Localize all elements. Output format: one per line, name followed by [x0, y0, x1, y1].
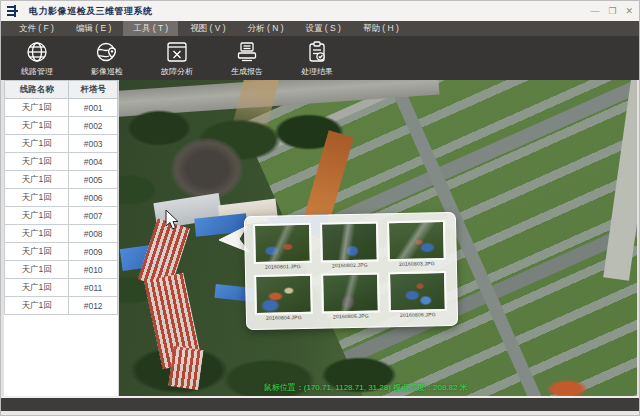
clipboard-check-icon: [304, 39, 330, 65]
globe-pin-icon: [94, 39, 120, 65]
line-cell[interactable]: 天广1回: [5, 171, 69, 189]
line-cell[interactable]: 天广1回: [5, 297, 69, 315]
tower-cell[interactable]: #001: [69, 99, 118, 117]
thumbnail-image[interactable]: [387, 220, 446, 261]
burnt-ground: [171, 138, 243, 200]
table-row[interactable]: 天广1回#010: [5, 261, 118, 279]
photo-thumbnail[interactable]: 20160806.JPG: [388, 271, 447, 318]
menu-edit[interactable]: 编辑 ( E ): [66, 21, 121, 37]
line-cell[interactable]: 天广1回: [5, 225, 69, 243]
image-inspection-button[interactable]: 影像巡检: [85, 39, 129, 77]
line-cell[interactable]: 天广1回: [5, 279, 69, 297]
line-cell[interactable]: 天广1回: [5, 243, 69, 261]
line-cell[interactable]: 天广1回: [5, 99, 69, 117]
photo-thumbnail[interactable]: 20160805.JPG: [321, 272, 380, 319]
tower-cell[interactable]: #008: [69, 225, 118, 243]
minimize-button[interactable]: —: [590, 4, 599, 18]
window-tools-icon: [164, 39, 190, 65]
thumbnail-image[interactable]: [320, 221, 379, 262]
map-viewport[interactable]: 20160801.JPG 20160802.JPG 20160803.JPG 2…: [119, 80, 637, 396]
thumbnail-image[interactable]: [254, 274, 313, 315]
coordinate-readout: 鼠标位置：(170.71, 1128.71, 31.28) 视点高度：208.8…: [264, 382, 468, 393]
line-cell[interactable]: 天广1回: [5, 135, 69, 153]
maximize-button[interactable]: ❐: [608, 4, 616, 18]
orange-ground-patch: [547, 380, 587, 396]
thumbnail-caption: 20160801.JPG: [254, 263, 312, 270]
line-cell[interactable]: 天广1回: [5, 207, 69, 225]
tool-label: 影像巡检: [91, 66, 123, 77]
tower-table: 线路名称 杆塔号 天广1回#001 天广1回#002 天广1回#003 天广1回…: [4, 80, 118, 315]
menu-settings[interactable]: 设置 ( S ): [295, 21, 350, 37]
table-header-row: 线路名称 杆塔号: [5, 81, 118, 99]
thumbnail-image[interactable]: [388, 271, 447, 312]
fault-analysis-button[interactable]: 故障分析: [155, 39, 199, 77]
tower-cell[interactable]: #006: [69, 189, 118, 207]
tower-cell[interactable]: #004: [69, 153, 118, 171]
tower-cell[interactable]: #011: [69, 279, 118, 297]
thumbnail-caption: 20160805.JPG: [322, 312, 380, 319]
photo-thumbnail[interactable]: 20160803.JPG: [387, 220, 446, 267]
table-row[interactable]: 天广1回#008: [5, 225, 118, 243]
window-title: 电力影像巡检及三维管理系统: [29, 5, 153, 18]
tool-label: 处理结果: [301, 66, 333, 77]
photo-thumbnail[interactable]: 20160801.JPG: [253, 223, 312, 270]
tool-label: 故障分析: [161, 66, 193, 77]
table-row[interactable]: 天广1回#001: [5, 99, 118, 117]
line-cell[interactable]: 天广1回: [5, 117, 69, 135]
thumbnail-caption: 20160804.JPG: [255, 314, 313, 321]
menu-file[interactable]: 文件 ( F ): [9, 21, 64, 37]
app-window: 电力影像巡检及三维管理系统 — ❐ ✕ 文件 ( F ) 编辑 ( E ) 工具…: [0, 0, 640, 416]
window-bottom-edge: [1, 411, 639, 415]
tower-cell[interactable]: #002: [69, 117, 118, 135]
menu-help[interactable]: 帮助 ( H ): [353, 21, 409, 37]
report-printer-icon: [234, 39, 260, 65]
tower-cell[interactable]: #012: [69, 297, 118, 315]
photo-thumbnail[interactable]: 20160802.JPG: [320, 221, 379, 268]
tower-cell[interactable]: #007: [69, 207, 118, 225]
line-cell[interactable]: 天广1回: [5, 189, 69, 207]
process-result-button[interactable]: 处理结果: [295, 39, 339, 77]
thumbnail-image[interactable]: [321, 272, 380, 313]
line-cell[interactable]: 天广1回: [5, 153, 69, 171]
menu-view[interactable]: 视图 ( V ): [180, 21, 235, 37]
tower-cell[interactable]: #003: [69, 135, 118, 153]
menu-tools[interactable]: 工具 ( T ): [123, 21, 178, 37]
tool-label: 线路管理: [21, 66, 53, 77]
tool-label: 生成报告: [231, 66, 263, 77]
globe-icon: [24, 39, 50, 65]
main-content: 线路名称 杆塔号 天广1回#001 天广1回#002 天广1回#003 天广1回…: [1, 80, 639, 396]
photo-thumbnail[interactable]: 20160804.JPG: [254, 274, 313, 321]
table-row[interactable]: 天广1回#007: [5, 207, 118, 225]
close-button[interactable]: ✕: [625, 4, 633, 18]
table-row[interactable]: 天广1回#002: [5, 117, 118, 135]
tower-cell[interactable]: #010: [69, 261, 118, 279]
generate-report-button[interactable]: 生成报告: [225, 39, 269, 77]
thumbnail-image[interactable]: [253, 223, 312, 264]
collapsed-tower[interactable]: [168, 346, 203, 390]
line-management-button[interactable]: 线路管理: [15, 39, 59, 77]
menu-bar: 文件 ( F ) 编辑 ( E ) 工具 ( T ) 视图 ( V ) 分析 (…: [1, 21, 639, 36]
menu-analysis[interactable]: 分析 ( N ): [238, 21, 294, 37]
table-row[interactable]: 天广1回#006: [5, 189, 118, 207]
table-row[interactable]: 天广1回#009: [5, 243, 118, 261]
table-row[interactable]: 天广1回#011: [5, 279, 118, 297]
toolbar: 线路管理 影像巡检 故障分析: [1, 36, 639, 80]
thumbnail-caption: 20160802.JPG: [321, 261, 379, 268]
app-logo-icon: [7, 5, 23, 17]
tower-list-panel: 线路名称 杆塔号 天广1回#001 天广1回#002 天广1回#003 天广1回…: [4, 80, 119, 396]
column-line-name[interactable]: 线路名称: [5, 81, 69, 99]
table-row[interactable]: 天广1回#012: [5, 297, 118, 315]
thumbnail-caption: 20160806.JPG: [389, 311, 447, 318]
tower-cell[interactable]: #009: [69, 243, 118, 261]
mouse-cursor-icon: [165, 210, 180, 231]
table-row[interactable]: 天广1回#004: [5, 153, 118, 171]
table-row[interactable]: 天广1回#005: [5, 171, 118, 189]
line-cell[interactable]: 天广1回: [5, 261, 69, 279]
title-bar: 电力影像巡检及三维管理系统 — ❐ ✕: [1, 1, 639, 21]
photo-popup: 20160801.JPG 20160802.JPG 20160803.JPG 2…: [244, 212, 458, 330]
column-tower-number[interactable]: 杆塔号: [69, 81, 118, 99]
tower-cell[interactable]: #005: [69, 171, 118, 189]
status-bar: [1, 396, 639, 411]
table-row[interactable]: 天广1回#003: [5, 135, 118, 153]
thumbnail-caption: 20160803.JPG: [388, 260, 446, 267]
